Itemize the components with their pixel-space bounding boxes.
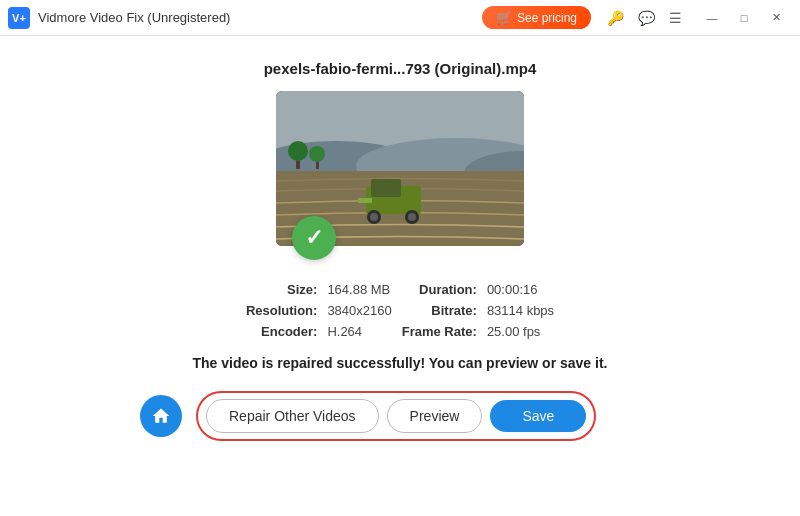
maximize-button[interactable]: □ xyxy=(728,4,760,32)
encoder-value: H.264 xyxy=(327,324,391,339)
main-content: pexels-fabio-fermi...793 (Original).mp4 xyxy=(0,36,800,516)
minimize-button[interactable]: — xyxy=(696,4,728,32)
home-icon xyxy=(151,406,171,426)
action-area: Repair Other Videos Preview Save xyxy=(0,391,800,441)
bitrate-value: 83114 kbps xyxy=(487,303,554,318)
resolution-label: Resolution: xyxy=(246,303,318,318)
size-label: Size: xyxy=(246,282,318,297)
encoder-label: Encoder: xyxy=(246,324,318,339)
close-button[interactable]: ✕ xyxy=(760,4,792,32)
duration-label: Duration: xyxy=(402,282,477,297)
resolution-value: 3840x2160 xyxy=(327,303,391,318)
title-icons: 🔑 💬 ☰ xyxy=(603,8,686,28)
framerate-label: Frame Rate: xyxy=(402,324,477,339)
home-button[interactable] xyxy=(140,395,182,437)
search-icon[interactable]: 🔑 xyxy=(603,8,628,28)
window-controls: — □ ✕ xyxy=(696,4,792,32)
video-title: pexels-fabio-fermi...793 (Original).mp4 xyxy=(264,60,537,77)
menu-icon[interactable]: ☰ xyxy=(665,8,686,28)
app-logo: V+ xyxy=(8,7,30,29)
chat-icon[interactable]: 💬 xyxy=(634,8,659,28)
bitrate-label: Bitrate: xyxy=(402,303,477,318)
repair-other-button[interactable]: Repair Other Videos xyxy=(206,399,379,433)
success-check-badge: ✓ xyxy=(292,216,336,260)
action-buttons-box: Repair Other Videos Preview Save xyxy=(196,391,596,441)
video-thumbnail-wrapper: ✓ xyxy=(276,91,524,246)
see-pricing-button[interactable]: 🛒 See pricing xyxy=(482,6,591,29)
size-value: 164.88 MB xyxy=(327,282,391,297)
app-title: Vidmore Video Fix (Unregistered) xyxy=(38,10,230,25)
video-info-grid: Size: 164.88 MB Duration: 00:00:16 Resol… xyxy=(246,282,554,339)
cart-icon: 🛒 xyxy=(496,10,512,25)
title-bar-left: V+ Vidmore Video Fix (Unregistered) xyxy=(8,7,230,29)
framerate-value: 25.00 fps xyxy=(487,324,554,339)
preview-button[interactable]: Preview xyxy=(387,399,483,433)
title-bar: V+ Vidmore Video Fix (Unregistered) 🛒 Se… xyxy=(0,0,800,36)
duration-value: 00:00:16 xyxy=(487,282,554,297)
success-message: The video is repaired successfully! You … xyxy=(193,355,608,371)
title-bar-right: 🛒 See pricing 🔑 💬 ☰ — □ ✕ xyxy=(482,4,792,32)
save-button[interactable]: Save xyxy=(490,400,586,432)
